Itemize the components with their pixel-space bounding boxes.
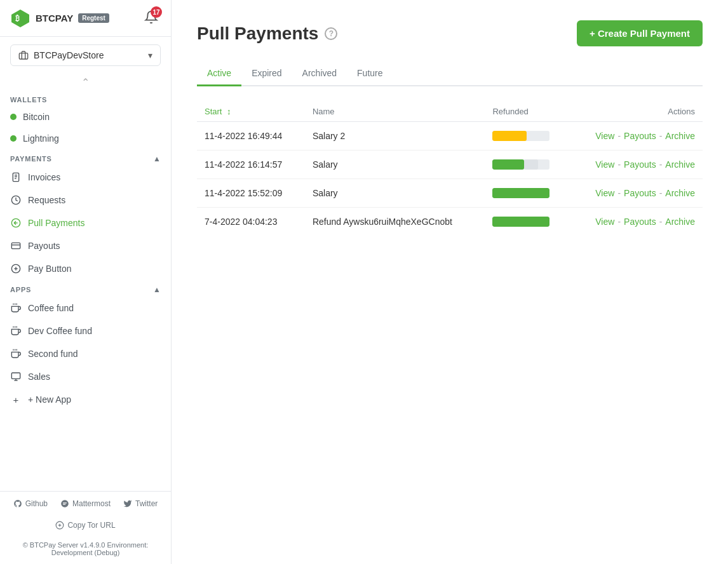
row-1-actions: View - Payouts - Archive <box>569 122 703 151</box>
row-4-actions: View - Payouts - Archive <box>569 208 703 236</box>
payments-section-label: PAYMENTS <box>10 155 52 163</box>
row-4-start: 7-4-2022 04:04:23 <box>197 208 305 236</box>
row-4-archive-link[interactable]: Archive <box>665 217 695 227</box>
sidebar-item-coffee-fund-label: Coffee fund <box>28 303 74 313</box>
col-name: Name <box>305 102 485 122</box>
row-1-name: Salary 2 <box>305 122 485 151</box>
sidebar-item-requests[interactable]: Requests <box>0 189 171 211</box>
notification-button[interactable]: 17 <box>142 8 161 29</box>
table-row: 11-4-2022 16:14:57 Salary View - <box>197 151 703 179</box>
row-1-payouts-link[interactable]: Payouts <box>624 131 656 141</box>
svg-rect-24 <box>11 373 20 379</box>
second-fund-icon <box>11 349 21 359</box>
tab-archived[interactable]: Archived <box>292 62 347 86</box>
tab-active[interactable]: Active <box>197 62 241 86</box>
tab-future[interactable]: Future <box>347 62 393 86</box>
scroll-up-indicator: ⌃ <box>0 74 171 91</box>
store-selector[interactable]: BTCPayDevStore ▾ <box>10 44 161 66</box>
new-app-plus-icon: + <box>13 394 19 405</box>
row-2-archive-link[interactable]: Archive <box>665 159 695 170</box>
table-row: 11-4-2022 15:52:09 Salary View - Payout <box>197 179 703 208</box>
sidebar-item-lightning-label: Lightning <box>23 133 59 144</box>
bitcoin-status-dot <box>10 114 17 120</box>
tor-url-label: Copy Tor URL <box>67 521 115 530</box>
create-pull-payment-button[interactable]: + Create Pull Payment <box>577 20 703 46</box>
row-1-view-link[interactable]: View <box>595 131 614 141</box>
row-3-refunded <box>485 179 569 208</box>
tor-url-link[interactable]: Copy Tor URL <box>55 521 115 530</box>
sidebar-item-lightning[interactable]: Lightning <box>0 128 171 149</box>
svg-marker-0 <box>11 10 29 27</box>
svg-text:₿: ₿ <box>15 14 20 23</box>
col-start[interactable]: Start ↕ <box>197 102 305 122</box>
row-3-payouts-link[interactable]: Payouts <box>624 188 656 198</box>
github-icon <box>13 499 22 508</box>
row-3-view-link[interactable]: View <box>595 188 614 198</box>
row-4-refunded <box>485 208 569 236</box>
row-4-progress-fill <box>492 217 549 227</box>
row-2-view-link[interactable]: View <box>595 159 614 170</box>
sidebar-item-pay-button[interactable]: Pay Button <box>0 257 171 280</box>
row-2-actions: View - Payouts - Archive <box>569 151 703 179</box>
tab-expired[interactable]: Expired <box>241 62 292 86</box>
sort-icon: ↕ <box>227 107 231 116</box>
sidebar-item-second-fund[interactable]: Second fund <box>0 342 171 365</box>
github-link[interactable]: Github <box>13 499 48 508</box>
sidebar-item-second-fund-label: Second fund <box>28 349 78 359</box>
sidebar-item-new-app[interactable]: + + New App <box>0 388 171 411</box>
row-4-view-link[interactable]: View <box>595 217 614 227</box>
col-actions: Actions <box>569 102 703 122</box>
sidebar-item-payouts[interactable]: Payouts <box>0 234 171 257</box>
lightning-status-dot <box>10 135 17 142</box>
requests-icon <box>11 195 21 205</box>
invoices-icon <box>11 172 21 182</box>
sidebar-item-pull-payments[interactable]: Pull Payments <box>0 211 171 234</box>
sidebar-item-coffee-fund[interactable]: Coffee fund <box>0 297 171 319</box>
payouts-icon <box>11 241 21 251</box>
row-4-progress-bar <box>492 217 549 227</box>
sidebar-item-bitcoin[interactable]: Bitcoin <box>0 106 171 128</box>
pay-button-icon <box>11 264 21 274</box>
row-1-archive-link[interactable]: Archive <box>665 131 695 141</box>
help-icon[interactable]: ? <box>325 27 337 40</box>
page-title: Pull Payments <box>197 24 318 44</box>
row-1-start: 11-4-2022 16:49:44 <box>197 122 305 151</box>
row-2-refunded <box>485 151 569 179</box>
sidebar-item-pull-payments-label: Pull Payments <box>28 218 84 228</box>
btcpay-logo: ₿ <box>10 8 30 29</box>
row-2-payouts-link[interactable]: Payouts <box>624 159 656 170</box>
sidebar-item-invoices[interactable]: Invoices <box>0 166 171 189</box>
svg-rect-10 <box>11 243 20 248</box>
row-2-progress-empty <box>524 159 539 170</box>
regtest-badge: Regtest <box>78 13 109 23</box>
table-row: 11-4-2022 16:49:44 Salary 2 View - Payo <box>197 122 703 151</box>
sidebar: ₿ BTCPAY Regtest 17 BTCPayDevStore ▾ ⌃ W… <box>0 0 172 564</box>
row-4-name: Refund Aywsku6ruiMqheXeGCnobt <box>305 208 485 236</box>
mattermost-link[interactable]: Mattermost <box>60 499 111 508</box>
store-icon <box>18 50 29 60</box>
pull-payments-table: Start ↕ Name Refunded Actions <box>197 102 703 236</box>
sidebar-item-pay-button-label: Pay Button <box>28 264 72 274</box>
apps-chevron-icon: ▲ <box>153 285 161 294</box>
sidebar-item-sales[interactable]: Sales <box>0 365 171 388</box>
pull-payments-icon <box>11 218 21 228</box>
tabs: Active Expired Archived Future <box>197 62 703 86</box>
row-2-progress-fill <box>492 159 524 170</box>
row-2-progress-bar <box>492 159 549 170</box>
twitter-link[interactable]: Twitter <box>123 499 158 508</box>
apps-section-label: APPS <box>10 286 31 293</box>
main-content-area: Pull Payments ? + Create Pull Payment Ac… <box>172 0 728 564</box>
sidebar-item-bitcoin-label: Bitcoin <box>23 112 50 122</box>
dev-coffee-fund-icon <box>11 326 21 336</box>
row-1-progress-bar <box>492 131 549 141</box>
row-3-progress-fill <box>492 188 549 198</box>
row-4-payouts-link[interactable]: Payouts <box>624 217 656 227</box>
mattermost-label: Mattermost <box>72 499 111 508</box>
sidebar-item-dev-coffee-fund[interactable]: Dev Coffee fund <box>0 319 171 342</box>
apps-section: APPS ▲ <box>0 280 171 297</box>
col-refunded: Refunded <box>485 102 569 122</box>
sidebar-item-invoices-label: Invoices <box>28 172 60 182</box>
row-3-name: Salary <box>305 179 485 208</box>
footer-links: Github Mattermost Twitter Copy Tor URL <box>0 491 171 537</box>
row-3-archive-link[interactable]: Archive <box>665 188 695 198</box>
